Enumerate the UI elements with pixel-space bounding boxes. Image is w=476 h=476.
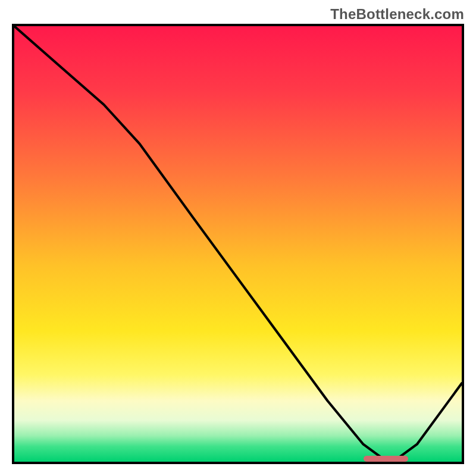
plot-area: [12, 24, 464, 464]
watermark-text: TheBottleneck.com: [330, 6, 464, 23]
bottleneck-curve: [14, 26, 462, 462]
optimal-range-marker: [364, 456, 408, 462]
chart-frame: TheBottleneck.com: [0, 0, 476, 476]
